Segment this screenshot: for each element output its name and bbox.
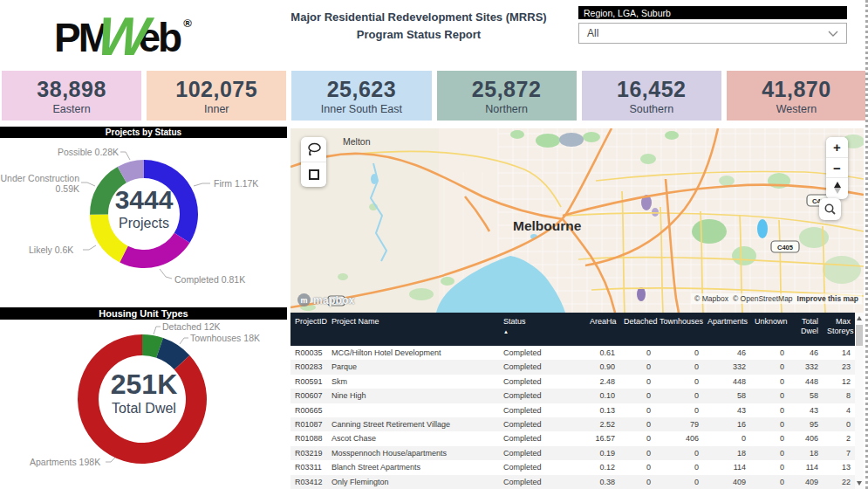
column-header-label: Apartments — [707, 317, 748, 326]
table-cell: 0 — [750, 375, 789, 389]
page-title-line1: Major Residential Redevelopment Sites (M… — [257, 9, 580, 26]
table-row[interactable]: R00035MCG/Hilton Hotel DevelopmentComple… — [290, 346, 855, 360]
table-cell: 0 — [619, 446, 655, 460]
column-header-projectid[interactable]: ProjectID — [290, 313, 327, 346]
table-cell: Parque — [327, 360, 499, 374]
table-cell: 114 — [703, 460, 750, 474]
table-cell: 0 — [750, 346, 789, 360]
mapbox-logo[interactable]: m mapbox — [297, 293, 355, 306]
table-cell: 0 — [619, 389, 655, 403]
zoom-out-button[interactable]: − — [826, 157, 848, 177]
map-canvas[interactable]: M1 C405 C404 Melton Melbourne — [290, 128, 864, 313]
scrollbar-thumb[interactable] — [856, 325, 863, 346]
kpi-label: Western — [776, 103, 817, 115]
kpi-card-eastern[interactable]: 38,898Eastern — [2, 71, 141, 121]
map-attribution: © Mapbox © OpenStreetMap Improve this ma… — [691, 293, 862, 304]
table-row[interactable]: R01087Canning Street Retirement VillageC… — [290, 417, 855, 431]
table-cell: Completed — [499, 403, 585, 417]
kpi-card-inner[interactable]: 102,075Inner — [147, 71, 286, 121]
kpi-value: 41,870 — [762, 77, 830, 102]
magnifier-icon — [824, 203, 837, 216]
table-cell: 0 — [750, 360, 789, 374]
table-cell: 0 — [750, 389, 789, 403]
kpi-card-northern[interactable]: 25,872Northern — [437, 71, 577, 121]
table-cell: 406 — [789, 431, 823, 445]
table-cell: 0 — [703, 431, 750, 445]
chart-title-housing-unit-types: Housing Unit Types — [0, 307, 287, 320]
table-cell: Completed — [499, 446, 585, 460]
table-cell: 0 — [655, 475, 703, 489]
improve-map-link[interactable]: Improve this map — [797, 294, 858, 303]
projects-total: 3444 — [0, 186, 288, 214]
table-cell: Nine High — [327, 389, 499, 403]
column-header-project-name[interactable]: Project Name — [327, 313, 499, 346]
box-select-button[interactable] — [301, 162, 326, 186]
column-header-areaha[interactable]: AreaHa — [585, 313, 619, 346]
mapbox-icon: m — [297, 293, 311, 306]
table-row[interactable]: R03311Blanch Street ApartmentsCompleted0… — [290, 460, 855, 474]
table-body: R00035MCG/Hilton Hotel DevelopmentComple… — [290, 346, 855, 489]
table-cell: Blanch Street Apartments — [327, 460, 499, 474]
column-header-label: AreaHa — [590, 317, 617, 326]
projects-by-status-donut: Firm 1.17K Completed 0.81K Likely 0.6K U… — [0, 138, 288, 301]
table-row[interactable]: R03412Only FlemingtonCompleted0.38004090… — [290, 475, 855, 489]
slice-label-apartments: Apartments 198K — [30, 457, 100, 467]
kpi-card-inner-south-east[interactable]: 25,623Inner South East — [291, 71, 431, 121]
table-row[interactable]: R00607Nine HighCompleted0.1000580588 — [290, 389, 855, 403]
column-header-townhouses[interactable]: Townhouses — [655, 313, 703, 346]
table-cell: Completed — [499, 375, 585, 389]
kpi-label: Inner — [204, 103, 229, 115]
kpi-value: 16,452 — [617, 77, 686, 102]
table-cell: 409 — [703, 475, 750, 489]
lasso-select-button[interactable] — [301, 137, 326, 162]
scroll-up-arrow[interactable] — [857, 316, 862, 320]
scroll-down-arrow[interactable] — [857, 481, 862, 486]
table-row[interactable]: R03219Mosspennoch House/apartmentsComple… — [290, 446, 855, 460]
table-cell: Ascot Chase — [327, 431, 499, 445]
column-header-status[interactable]: Status▲ — [499, 313, 585, 346]
kpi-value: 25,623 — [327, 77, 396, 102]
table-cell: 0 — [750, 417, 789, 431]
table-cell: 16 — [703, 417, 750, 431]
column-header-unknown[interactable]: Unknown — [750, 313, 789, 346]
table-row[interactable]: R00591SkmCompleted2.4800448044812 — [290, 375, 855, 389]
table-cell: 2 — [823, 431, 855, 445]
table-cell: 79 — [655, 417, 703, 431]
map-search-button[interactable] — [819, 198, 841, 220]
table-cell: 2.52 — [585, 417, 619, 431]
column-header-label: Status — [503, 317, 526, 326]
table-cell: Only Flemington — [327, 475, 499, 489]
column-header-label: Townhouses — [660, 317, 703, 326]
table-row[interactable]: R00283ParqueCompleted0.9000332033223 — [290, 360, 855, 374]
compass-button[interactable] — [826, 177, 848, 197]
table-scrollbar[interactable] — [855, 313, 864, 489]
donut-slice-completed[interactable] — [120, 233, 189, 268]
table-cell: 0 — [619, 431, 655, 445]
column-header-label: Total Dwel — [801, 317, 818, 335]
table-cell: 58 — [703, 389, 750, 403]
table-cell: Completed — [499, 346, 585, 360]
kpi-card-western[interactable]: 41,870Western — [727, 71, 866, 121]
table-row[interactable]: R00665Completed0.1300430434 — [290, 403, 855, 417]
region-slicer: Region, LGA, Suburb All — [578, 6, 847, 44]
mapbox-attribution-link[interactable]: © Mapbox — [694, 294, 728, 303]
table-cell: 23 — [823, 360, 855, 374]
zoom-in-button[interactable]: + — [826, 137, 848, 157]
kpi-value: 102,075 — [175, 77, 257, 102]
slicer-label: Region, LGA, Suburb — [578, 6, 847, 19]
column-header-apartments[interactable]: Apartments — [703, 313, 750, 346]
column-header-max-storeys[interactable]: Max Storeys — [823, 313, 855, 346]
column-header-label: Max Storeys — [827, 317, 854, 335]
box-select-icon — [307, 168, 321, 182]
table-cell: 7 — [823, 446, 855, 460]
slicer-dropdown[interactable]: All — [578, 23, 847, 44]
column-header-total-dwel[interactable]: Total Dwel — [789, 313, 823, 346]
kpi-card-southern[interactable]: 16,452Southern — [582, 71, 721, 121]
column-header-detached[interactable]: Detached — [619, 313, 655, 346]
table-cell: 18 — [789, 446, 823, 460]
table-row[interactable]: R01088Ascot ChaseCompleted16.57040600406… — [290, 431, 855, 445]
dwellings-total: 251K — [0, 369, 288, 399]
svg-text:C405: C405 — [777, 244, 793, 251]
osm-attribution-link[interactable]: © OpenStreetMap — [733, 294, 793, 303]
slice-label-townhouses: Townhouses 18K — [190, 333, 260, 343]
